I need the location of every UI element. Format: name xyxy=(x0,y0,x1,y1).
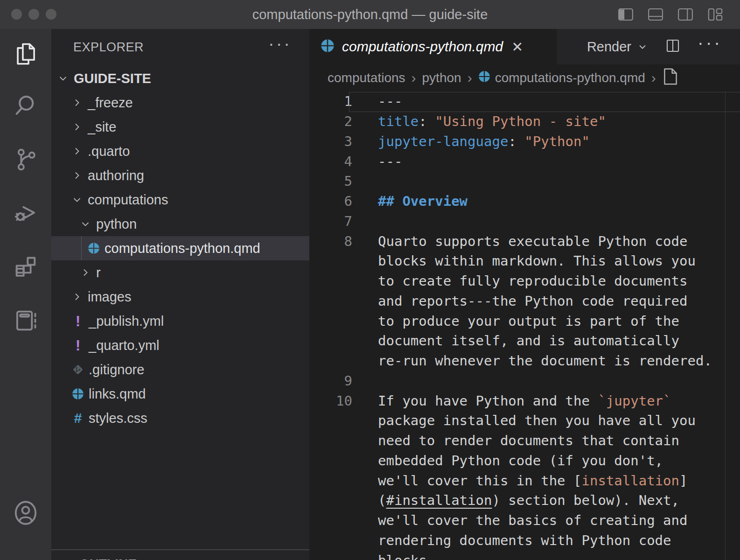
tree-item--quarto-yml[interactable]: !_quarto.yml xyxy=(51,333,309,357)
code-line-wrap: to create fully reproducible documents xyxy=(309,271,740,291)
tree-item-r[interactable]: r xyxy=(51,260,309,285)
toggle-secondary-sidebar-icon[interactable] xyxy=(677,7,693,21)
breadcrumb-label: computations xyxy=(328,70,405,85)
tree-item-computations[interactable]: computations xyxy=(51,188,309,212)
toggle-panel-icon[interactable] xyxy=(648,7,663,21)
tree-item-label: _quarto.yml xyxy=(89,338,160,353)
code-line-2: 2title: "Using Python - site" xyxy=(309,112,740,132)
code-editor[interactable]: 1---2title: "Using Python - site"3jupyte… xyxy=(309,91,740,560)
tree-item--gitignore[interactable]: .gitignore xyxy=(51,357,309,382)
more-actions-icon[interactable]: ··· xyxy=(698,41,722,45)
split-editor-icon[interactable] xyxy=(665,38,681,56)
yaml-icon: ! xyxy=(72,338,84,352)
outline-section-header[interactable]: OUTLINE xyxy=(51,552,309,560)
git-icon xyxy=(72,363,84,377)
breadcrumb-item-computations[interactable]: computations xyxy=(328,70,405,85)
breadcrumb-separator: › xyxy=(651,70,656,86)
tree-item--quarto[interactable]: .quarto xyxy=(51,139,309,163)
account-icon[interactable] xyxy=(0,497,51,529)
code-line-wrap: (#installation) section below). Next, xyxy=(309,490,740,511)
line-number: 1 xyxy=(309,93,352,109)
toggle-sidebar-icon[interactable] xyxy=(618,7,634,21)
code-text: and reports---the Python code required xyxy=(378,293,687,309)
extensions-icon[interactable] xyxy=(0,251,51,284)
tab-computations-python[interactable]: computations-python.qmd ✕ xyxy=(309,29,557,64)
tree-item--publish-yml[interactable]: !_publish.yml xyxy=(51,309,309,333)
code-text: (#installation) section below). Next, xyxy=(378,492,679,508)
customize-layout-icon[interactable] xyxy=(707,7,723,21)
chevron-right-icon xyxy=(80,266,91,280)
code-line-wrap: and reports---the Python code required xyxy=(309,291,740,311)
tree-item-computations-python-qmd[interactable]: computations-python.qmd xyxy=(51,236,309,260)
editor-group: computations-python.qmd ✕ Render ··· com… xyxy=(309,29,740,560)
line-number: 8 xyxy=(309,233,352,249)
file-tree: GUIDE-SITE_freeze_site.quartoauthoringco… xyxy=(51,66,309,430)
render-button[interactable]: Render xyxy=(587,39,648,55)
tree-item-label: styles.css xyxy=(89,411,147,426)
code-text: blocks within markdown. This allows you xyxy=(378,253,696,269)
chevron-right-icon xyxy=(72,168,82,182)
code-line-wrap: we'll cover the basics of creating and xyxy=(309,511,740,531)
render-label: Render xyxy=(587,39,631,55)
code-text: blocks xyxy=(378,553,427,560)
code-text: to produce your output is part of the xyxy=(378,313,679,329)
code-text: Quarto supports executable Python code xyxy=(378,233,687,249)
editor-ruler xyxy=(725,91,726,560)
search-icon[interactable] xyxy=(0,90,51,122)
line-number: 10 xyxy=(309,393,352,409)
code-text: title: "Using Python - site" xyxy=(378,113,606,129)
chevron-down-icon xyxy=(80,217,91,231)
notebook-icon[interactable] xyxy=(0,304,51,337)
vscode-window: computations-python.qmd — guide-site xyxy=(0,0,740,560)
breadcrumb-item-python[interactable]: python xyxy=(422,70,461,85)
line-number: 7 xyxy=(309,213,352,229)
chevron-down-icon xyxy=(637,41,648,52)
tree-root-guide-site[interactable]: GUIDE-SITE xyxy=(51,66,309,91)
chevron-down-icon xyxy=(72,193,82,207)
code-text: embedded Python code (if you don't, xyxy=(378,453,663,469)
tree-item--freeze[interactable]: _freeze xyxy=(51,91,309,115)
files-icon[interactable] xyxy=(0,37,51,70)
tree-item-label: authoring xyxy=(88,168,144,183)
code-text: document itself, and is automatically xyxy=(378,333,679,349)
quarto-icon xyxy=(88,241,100,255)
tree-item--site[interactable]: _site xyxy=(51,115,309,139)
indent-guide xyxy=(81,236,82,260)
tree-item-python[interactable]: python xyxy=(51,212,309,236)
tree-item-label: python xyxy=(96,217,137,232)
tree-item-label: _site xyxy=(88,119,116,135)
close-tab-icon[interactable]: ✕ xyxy=(511,39,523,55)
code-text: re-run whenever the document is rendered… xyxy=(378,353,712,369)
quarto-file-icon xyxy=(321,39,335,55)
sidebar-header: EXPLORER ··· xyxy=(51,29,309,65)
sidebar-more-actions-icon[interactable]: ··· xyxy=(268,42,292,46)
tree-item-images[interactable]: images xyxy=(51,285,309,309)
code-line-wrap: we'll cover this in the [installation] xyxy=(309,470,740,490)
code-line-1: 1--- xyxy=(309,91,740,112)
tree-item-styles-css[interactable]: #styles.css xyxy=(51,406,309,430)
code-line-10: 10If you have Python and the `jupyter` xyxy=(309,391,740,411)
tree-item-links-qmd[interactable]: links.qmd xyxy=(51,382,309,406)
line-number: 9 xyxy=(309,373,352,389)
line-number: 4 xyxy=(309,154,352,169)
code-text: If you have Python and the `jupyter` xyxy=(378,393,671,409)
tab-bar: computations-python.qmd ✕ Render ··· xyxy=(309,29,740,64)
file-icon xyxy=(662,67,679,89)
code-text: rendering documents with Python code xyxy=(378,532,671,548)
code-lines: 1---2title: "Using Python - site"3jupyte… xyxy=(309,91,740,560)
code-line-wrap: package installed then you have all you xyxy=(309,411,740,431)
css-icon: # xyxy=(72,411,84,425)
code-line-9: 9 xyxy=(309,371,740,391)
tree-item-authoring[interactable]: authoring xyxy=(51,163,309,188)
breadcrumb-separator: › xyxy=(468,70,472,86)
breadcrumb-label: computations-python.qmd xyxy=(495,70,645,85)
debug-icon[interactable] xyxy=(0,197,51,230)
chevron-right-icon xyxy=(72,144,82,158)
code-text: package installed then you have all you xyxy=(378,413,696,428)
source-control-icon[interactable] xyxy=(0,143,51,176)
activity-bar xyxy=(0,29,51,560)
code-line-7: 7 xyxy=(309,211,740,231)
code-line-wrap: to produce your output is part of the xyxy=(309,311,740,331)
code-text: we'll cover this in the [installation] xyxy=(378,473,687,489)
breadcrumb-item-computations-python-qmd[interactable]: computations-python.qmd xyxy=(478,70,645,86)
